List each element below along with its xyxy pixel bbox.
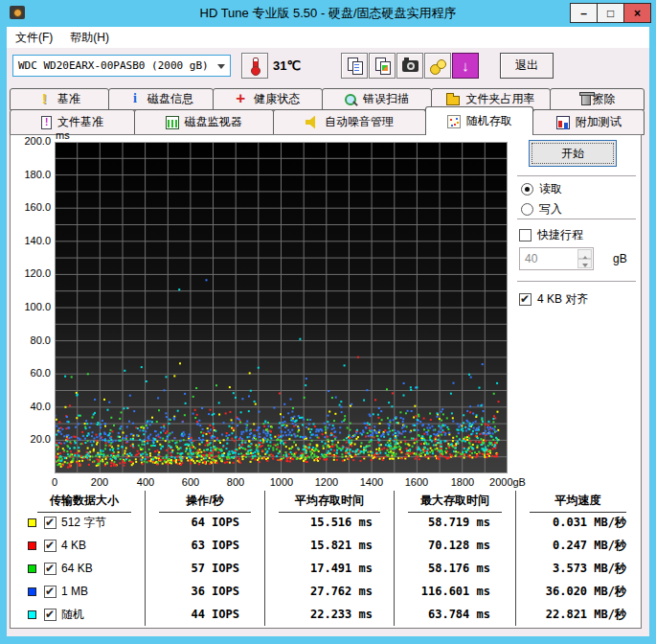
avg-value: 15.516 ms <box>265 511 395 534</box>
tab-label: 错误扫描 <box>363 91 409 107</box>
tab-2-4[interactable]: 附加测试 <box>532 109 645 135</box>
table-row: 512 字节64 IOPS15.516 ms58.719 ms0.031 MB/… <box>24 511 640 534</box>
drive-select[interactable]: WDC WD20EARX-00PASB0 (2000 gB) <box>12 55 231 77</box>
ops-value: 64 IOPS <box>146 511 265 534</box>
disk-monitor-icon <box>166 116 179 129</box>
separator <box>517 175 636 177</box>
minimize-button[interactable]: – <box>570 3 598 23</box>
y-axis-tick-label: 120.0 <box>16 267 51 279</box>
avg-value: 22.233 ms <box>265 603 395 626</box>
hd-tune-window: HD Tune 专业版 5.50 - 硬盘/固态硬盘实用程序 – □ × 文件(… <box>0 0 656 644</box>
benchmark-icon <box>38 93 52 106</box>
y-axis-unit-label: ms <box>56 129 70 141</box>
spinner-down-button[interactable] <box>577 259 592 268</box>
align-4kb-checkbox[interactable]: 4 KB 对齐 <box>519 291 588 308</box>
y-axis-tick-label: 180.0 <box>16 169 51 180</box>
screenshot-button[interactable] <box>396 53 423 79</box>
tab-label: 文件基准 <box>57 114 103 130</box>
chevron-down-icon <box>217 64 225 73</box>
series-color-swatch <box>28 610 36 619</box>
speed-value: 22.821 MB/秒 <box>516 603 640 626</box>
x-axis-tick-label: 2000gB <box>481 476 534 488</box>
tab-1-2[interactable]: 健康状态 <box>213 88 323 110</box>
column-header-label: 平均速度 <box>530 491 626 513</box>
series-checkbox[interactable] <box>44 517 57 529</box>
avg-value: 17.491 ms <box>265 557 395 580</box>
title-bar: HD Tune 专业版 5.50 - 硬盘/固态硬盘实用程序 – □ × <box>0 0 656 27</box>
write-radio-label: 写入 <box>539 201 562 218</box>
aam-icon <box>305 116 319 129</box>
series-color-swatch <box>28 518 36 527</box>
column-header-label: 操作/秒 <box>159 491 251 513</box>
save-results-button[interactable] <box>424 53 451 79</box>
drive-select-value: WDC WD20EARX-00PASB0 (2000 gB) <box>18 59 209 72</box>
series-label: 1 MB <box>61 585 88 598</box>
max-value: 58.176 ms <box>395 557 516 580</box>
short-stroke-size-spinner[interactable]: 40 <box>519 247 594 270</box>
radio-icon <box>521 203 533 216</box>
table-row: 随机44 IOPS22.233 ms63.784 ms22.821 MB/秒 <box>24 603 640 626</box>
close-button[interactable]: × <box>623 3 651 23</box>
write-radio[interactable]: 写入 <box>521 201 562 218</box>
tab-label: 文件夹占用率 <box>465 91 534 107</box>
health-status-icon <box>235 93 248 106</box>
series-checkbox[interactable] <box>44 563 57 575</box>
series-checkbox[interactable] <box>44 586 57 598</box>
series-cell: 1 MB <box>24 580 146 603</box>
y-axis-tick-label: 40.0 <box>16 401 51 412</box>
series-checkbox[interactable] <box>44 609 57 621</box>
copy-text-button[interactable] <box>341 53 368 79</box>
tab-label: 随机存取 <box>466 113 512 129</box>
max-value: 70.128 ms <box>395 534 516 557</box>
read-radio[interactable]: 读取 <box>521 181 562 197</box>
short-stroke-checkbox[interactable]: 快捷行程 <box>519 227 583 243</box>
window-title: HD Tune 专业版 5.50 - 硬盘/固态硬盘实用程序 <box>0 5 656 22</box>
spinner-up-button[interactable] <box>577 249 592 259</box>
series-cell: 64 KB <box>24 557 146 580</box>
table-row: 4 KB63 IOPS15.821 ms70.128 ms0.247 MB/秒 <box>24 534 640 557</box>
column-header-label: 平均存取时间 <box>279 491 380 513</box>
series-cell: 512 字节 <box>24 511 146 534</box>
max-value: 116.601 ms <box>395 580 516 603</box>
series-label: 64 KB <box>61 562 93 575</box>
tab-2-3[interactable]: 随机存取 <box>425 106 533 135</box>
temperature-button[interactable] <box>241 53 268 79</box>
screenshot-icon <box>402 60 418 72</box>
file-benchmark-icon <box>41 116 52 129</box>
column-header: 平均存取时间 <box>265 491 395 511</box>
short-stroke-unit-label: gB <box>613 252 627 265</box>
extra-tests-icon <box>556 116 570 129</box>
copy-image-button[interactable] <box>369 53 396 79</box>
max-value: 63.784 ms <box>395 603 516 626</box>
short-stroke-size-value: 40 <box>525 252 537 265</box>
tab-2-1[interactable]: 磁盘监视器 <box>134 109 274 135</box>
y-axis-tick-label: 200.0 <box>16 135 51 147</box>
tab-label: 基准 <box>57 91 80 107</box>
y-axis-tick-label: 100.0 <box>16 301 51 312</box>
menu-item-0[interactable]: 文件(F) <box>7 28 61 48</box>
tab-1-0[interactable]: 基准 <box>10 88 109 110</box>
speed-value: 0.247 MB/秒 <box>516 534 640 557</box>
tab-2-2[interactable]: 自动噪音管理 <box>273 109 426 135</box>
tab-2-0[interactable]: 文件基准 <box>10 109 135 135</box>
read-radio-label: 读取 <box>539 181 562 197</box>
tab-label: 附加测试 <box>576 114 622 130</box>
start-button[interactable]: 开始 <box>529 140 617 167</box>
tab-1-3[interactable]: 错误扫描 <box>322 88 432 110</box>
avg-value: 15.821 ms <box>265 534 395 557</box>
y-axis-tick-label: 20.0 <box>16 433 51 445</box>
series-checkbox[interactable] <box>44 540 57 552</box>
series-cell: 随机 <box>24 603 146 626</box>
tab-1-5[interactable]: 擦除 <box>550 88 645 110</box>
series-color-swatch <box>28 564 36 573</box>
options-button[interactable]: ↓ <box>452 53 479 79</box>
checkbox-icon <box>519 229 532 242</box>
exit-button[interactable]: 退出 <box>500 53 554 79</box>
ops-value: 57 IOPS <box>146 557 265 580</box>
folder-usage-icon <box>446 96 460 105</box>
maximize-button[interactable]: □ <box>597 3 624 23</box>
menu-item-1[interactable]: 帮助(H) <box>61 28 118 48</box>
tab-1-1[interactable]: 磁盘信息 <box>108 88 214 110</box>
short-stroke-label: 快捷行程 <box>537 227 583 243</box>
tab-row-1: 基准磁盘信息健康状态错误扫描文件夹占用率擦除 <box>10 88 644 110</box>
